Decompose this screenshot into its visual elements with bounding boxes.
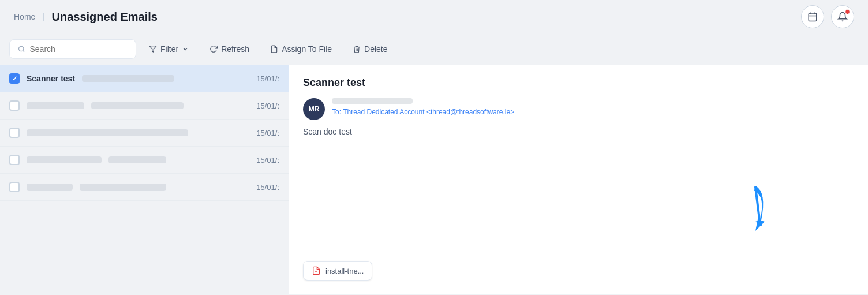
table-row[interactable]: 15/01/: [0, 147, 289, 174]
table-row[interactable]: 15/01/: [0, 120, 289, 147]
calendar-icon [807, 12, 818, 22]
avatar: MR [303, 98, 325, 120]
refresh-icon [209, 45, 218, 53]
email-info [27, 156, 249, 163]
table-row[interactable]: 15/01/: [0, 174, 289, 201]
email-list: ✓ Scanner test 15/01/: 15/01/: 15/01/: [0, 65, 289, 294]
email-date: 15/01/: [256, 183, 279, 192]
email-info [27, 184, 249, 191]
arrow-annotation [698, 180, 779, 244]
breadcrumb-home[interactable]: Home [14, 12, 35, 21]
blurred-content [27, 184, 73, 191]
email-info [27, 129, 249, 136]
filter-label: Filter [160, 44, 178, 54]
header-icons [801, 5, 854, 28]
detail-panel: Scanner test MR To: Thread Dedicated Acc… [289, 65, 868, 294]
delete-button[interactable]: Delete [345, 40, 395, 58]
blurred-content [27, 129, 188, 136]
assign-to-file-button[interactable]: Assign To File [262, 40, 340, 58]
email-date: 15/01/: [256, 102, 279, 110]
sender-blurred [332, 98, 413, 104]
search-input[interactable] [29, 44, 128, 54]
blurred-content [108, 156, 166, 163]
notification-dot [845, 9, 850, 14]
email-checkbox[interactable] [9, 155, 20, 165]
blurred-content [82, 75, 174, 82]
table-row[interactable]: 15/01/: [0, 92, 289, 120]
header: Home | Unassigned Emails [0, 0, 868, 33]
toolbar: Filter Refresh Assign To File Delete [0, 33, 868, 65]
svg-line-5 [23, 50, 24, 51]
email-meta: MR To: Thread Dedicated Account <thread@… [303, 98, 854, 120]
blurred-content [27, 156, 102, 163]
page-title: Unassigned Emails [52, 10, 158, 24]
svg-marker-8 [755, 219, 765, 231]
blurred-content [91, 102, 184, 109]
checkmark-icon: ✓ [12, 75, 17, 83]
delete-icon [353, 45, 361, 53]
email-subject: Scanner test [27, 74, 75, 83]
notifications-button[interactable] [831, 5, 854, 28]
search-box[interactable] [9, 39, 136, 59]
svg-marker-6 [149, 46, 156, 53]
attachment-button[interactable]: install-tne... [303, 261, 372, 281]
blurred-content [27, 102, 84, 109]
svg-point-4 [19, 46, 24, 51]
delete-label: Delete [364, 44, 387, 54]
email-checkbox[interactable] [9, 182, 20, 192]
email-info: Scanner test [27, 74, 249, 83]
email-date: 15/01/: [256, 156, 279, 165]
email-body: Scan doc test [303, 127, 854, 136]
detail-title: Scanner test [303, 77, 854, 89]
email-checkbox[interactable] [9, 100, 20, 111]
calendar-button[interactable] [801, 5, 824, 28]
assign-file-icon [270, 45, 278, 53]
meta-details: To: Thread Dedicated Account <thread@thr… [332, 98, 854, 117]
refresh-label: Refresh [221, 44, 249, 54]
email-date: 15/01/: [256, 74, 279, 83]
email-checkbox[interactable] [9, 128, 20, 138]
filter-icon [149, 45, 157, 53]
email-info [27, 102, 249, 109]
header-left: Home | Unassigned Emails [14, 10, 158, 24]
pdf-icon [312, 266, 321, 275]
email-date: 15/01/: [256, 129, 279, 137]
email-checkbox[interactable]: ✓ [9, 73, 20, 84]
search-icon [18, 45, 25, 53]
filter-button[interactable]: Filter [141, 40, 197, 58]
table-row[interactable]: ✓ Scanner test 15/01/: [0, 65, 289, 92]
svg-rect-0 [809, 13, 817, 21]
svg-line-7 [755, 187, 760, 224]
refresh-button[interactable]: Refresh [201, 40, 257, 58]
chevron-down-icon [182, 46, 189, 53]
blurred-content [80, 184, 166, 191]
main-content: ✓ Scanner test 15/01/: 15/01/: 15/01/: [0, 65, 868, 294]
to-line: To: Thread Dedicated Account <thread@thr… [332, 108, 514, 116]
attachment-area: install-tne... [303, 261, 372, 281]
attachment-label: install-tne... [326, 267, 364, 275]
assign-label: Assign To File [282, 44, 332, 54]
breadcrumb-separator: | [42, 12, 44, 22]
